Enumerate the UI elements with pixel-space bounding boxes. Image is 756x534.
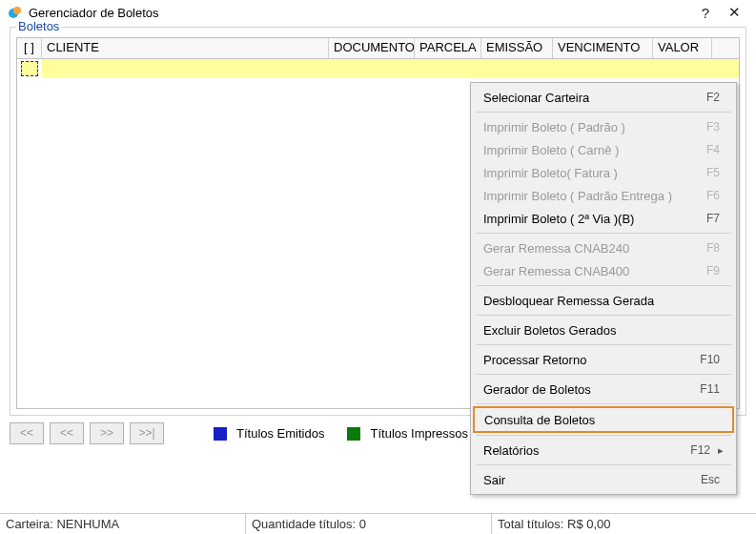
status-carteira-label: Carteira: — [6, 517, 53, 531]
menu-item[interactable]: RelatóriosF12 — [474, 439, 733, 462]
col-documento[interactable]: DOCUMENTO — [329, 38, 415, 58]
status-qtd: Quantidade títulos: 0 — [246, 514, 492, 534]
row-selected-band[interactable] — [42, 59, 739, 78]
menu-item-label: Gerador de Boletos — [483, 382, 700, 397]
help-button[interactable]: ? — [691, 5, 720, 21]
menu-item[interactable]: Processar RetornoF10 — [474, 348, 733, 371]
col-check[interactable]: [ ] — [17, 38, 42, 58]
col-cliente[interactable]: CLIENTE — [42, 38, 329, 58]
menu-item-shortcut: F2 — [706, 91, 720, 104]
menu-item-shortcut: F7 — [706, 212, 720, 225]
titlebar: Gerenciador de Boletos ? ✕ — [0, 0, 756, 25]
menu-item-label: Sair — [483, 473, 701, 487]
col-vencimento[interactable]: VENCIMENTO — [553, 38, 653, 58]
nav-next[interactable]: >> — [90, 422, 124, 444]
menu-separator — [476, 374, 731, 375]
row-check-cell[interactable] — [17, 59, 42, 78]
menu-item[interactable]: Selecionar CarteiraF2 — [474, 86, 733, 109]
status-carteira-value: NENHUMA — [56, 517, 119, 531]
menu-separator — [476, 285, 731, 286]
status-bar: Carteira: NENHUMA Quantidade títulos: 0 … — [0, 513, 756, 534]
legend-emitidos-color — [214, 427, 227, 441]
legend-impressos-label: Títulos Impressos — [370, 426, 468, 441]
menu-item-shortcut: F5 — [706, 166, 720, 179]
col-valor[interactable]: VALOR — [653, 38, 712, 58]
legend-impressos-color — [347, 427, 360, 441]
table-row[interactable] — [17, 59, 739, 78]
menu-separator — [476, 112, 731, 113]
menu-item: Imprimir Boleto ( Padrão Entrega )F6 — [474, 184, 733, 207]
menu-item[interactable]: SairEsc — [474, 468, 733, 491]
menu-item: Gerar Remessa CNAB400F9 — [474, 259, 733, 282]
status-total-label: Total títulos: — [498, 517, 563, 531]
menu-item[interactable]: Excluir Boletos Gerados — [474, 318, 733, 341]
status-total-value: R$ 0,00 — [567, 517, 611, 531]
svg-point-1 — [13, 7, 21, 14]
table-header: [ ] CLIENTE DOCUMENTO PARCELA EMISSÃO VE… — [17, 38, 739, 59]
menu-item: Imprimir Boleto ( Carnê )F4 — [474, 138, 733, 161]
group-label: Boletos — [16, 19, 61, 33]
menu-item-label: Gerar Remessa CNAB400 — [483, 264, 706, 278]
status-qtd-label: Quantidade títulos: — [252, 517, 356, 531]
menu-item-shortcut: F12 — [690, 443, 710, 457]
menu-item-label: Imprimir Boleto( Fatura ) — [483, 166, 706, 180]
menu-item-shortcut: F10 — [700, 353, 720, 366]
row-checkbox[interactable] — [21, 61, 38, 76]
menu-separator — [476, 344, 731, 345]
menu-item-shortcut: F6 — [706, 189, 720, 202]
menu-separator — [476, 464, 731, 465]
nav-first[interactable]: << — [10, 422, 44, 444]
nav-last[interactable]: >>| — [130, 422, 164, 444]
col-spacer — [712, 38, 739, 58]
menu-item-label: Gerar Remessa CNAB240 — [483, 241, 706, 256]
menu-item: Imprimir Boleto ( Padrão )F3 — [474, 115, 733, 138]
menu-item-label: Imprimir Boleto ( Padrão Entrega ) — [483, 189, 706, 203]
status-total: Total títulos: R$ 0,00 — [492, 514, 756, 534]
menu-item[interactable]: Desbloquear Remessa Gerada — [474, 289, 733, 312]
menu-item: Imprimir Boleto( Fatura )F5 — [474, 161, 733, 184]
menu-separator — [476, 233, 731, 234]
legend-emitidos-label: Títulos Emitidos — [236, 426, 324, 441]
col-parcela[interactable]: PARCELA — [415, 38, 481, 58]
menu-item-shortcut: F3 — [706, 120, 720, 134]
menu-item-label: Desbloquear Remessa Gerada — [483, 294, 724, 308]
menu-item-shortcut: F4 — [706, 143, 720, 156]
menu-item-shortcut: F8 — [706, 241, 720, 255]
close-button[interactable]: ✕ — [720, 4, 748, 21]
menu-item-label: Excluir Boletos Gerados — [483, 323, 724, 338]
menu-item-shortcut: F11 — [700, 382, 720, 396]
menu-item-label: Consulta de Boletos — [484, 413, 723, 427]
window-title: Gerenciador de Boletos — [29, 6, 691, 20]
menu-separator — [476, 435, 731, 436]
menu-item[interactable]: Imprimir Boleto ( 2ª Via )(B)F7 — [474, 207, 733, 230]
app-icon — [8, 5, 23, 20]
menu-item-label: Imprimir Boleto ( Carnê ) — [483, 143, 706, 157]
status-carteira: Carteira: NENHUMA — [0, 514, 246, 534]
status-qtd-value: 0 — [359, 517, 366, 531]
context-menu[interactable]: Selecionar CarteiraF2Imprimir Boleto ( P… — [470, 82, 737, 495]
menu-item-label: Imprimir Boleto ( 2ª Via )(B) — [483, 212, 706, 226]
menu-item-label: Imprimir Boleto ( Padrão ) — [483, 120, 706, 134]
menu-item[interactable]: Gerador de BoletosF11 — [474, 378, 733, 400]
menu-item-label: Processar Retorno — [483, 353, 700, 367]
menu-item-shortcut: F9 — [706, 264, 720, 277]
menu-separator — [476, 403, 731, 404]
col-emissao[interactable]: EMISSÃO — [481, 38, 553, 58]
menu-item-label: Selecionar Carteira — [483, 91, 706, 105]
menu-item[interactable]: Consulta de Boletos — [473, 406, 734, 433]
menu-item: Gerar Remessa CNAB240F8 — [474, 236, 733, 259]
menu-separator — [476, 315, 731, 316]
nav-prev[interactable]: << — [50, 422, 84, 444]
menu-item-label: Relatórios — [483, 443, 690, 458]
menu-item-shortcut: Esc — [701, 473, 720, 486]
